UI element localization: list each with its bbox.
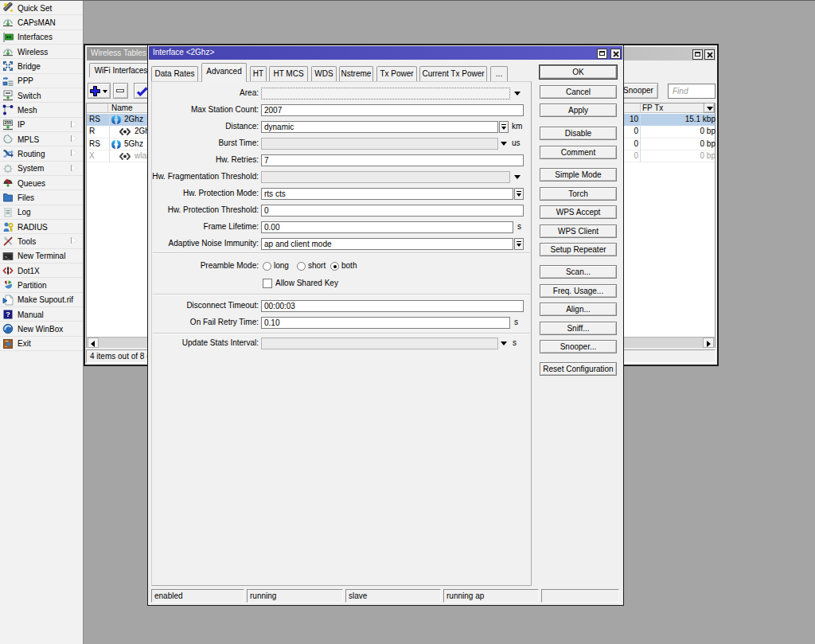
svg-text:>_: >_ bbox=[5, 255, 10, 260]
svg-text:?: ? bbox=[6, 310, 10, 318]
svg-text:255: 255 bbox=[4, 120, 11, 125]
